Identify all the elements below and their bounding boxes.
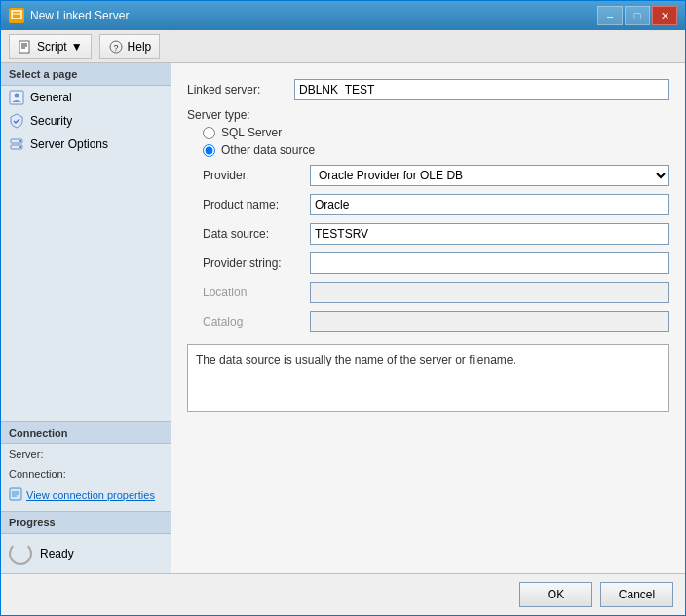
other-data-source-radio[interactable] bbox=[203, 144, 215, 157]
bottom-bar: OK Cancel bbox=[1, 573, 685, 615]
server-options-icon bbox=[9, 136, 24, 152]
view-properties-label: View connection properties bbox=[26, 489, 155, 501]
svg-rect-0 bbox=[12, 11, 21, 19]
progress-spinner bbox=[9, 542, 32, 565]
progress-section-title: Progress bbox=[1, 511, 171, 534]
other-data-source-radio-row: Other data source bbox=[203, 143, 669, 157]
description-text: The data source is usually the name of t… bbox=[196, 353, 516, 366]
server-options-label: Server Options bbox=[30, 137, 108, 151]
sidebar: Select a page General bbox=[1, 63, 172, 573]
data-source-label: Data source: bbox=[203, 227, 310, 241]
general-label: General bbox=[30, 91, 72, 104]
sql-server-radio[interactable] bbox=[203, 127, 215, 139]
help-button[interactable]: ? Help bbox=[99, 34, 161, 59]
help-label: Help bbox=[128, 40, 152, 54]
sidebar-item-server-options[interactable]: Server Options bbox=[1, 133, 171, 156]
svg-rect-2 bbox=[19, 41, 29, 53]
connection-label: Connection: bbox=[1, 464, 171, 483]
data-source-input[interactable] bbox=[310, 223, 669, 245]
title-bar: New Linked Server – □ ✕ bbox=[1, 1, 685, 30]
product-name-row: Product name: bbox=[203, 194, 669, 215]
help-icon: ? bbox=[108, 39, 124, 55]
sidebar-item-general[interactable]: General bbox=[1, 86, 171, 109]
provider-row: Provider: Oracle Provider for OLE DB Mic… bbox=[203, 165, 669, 186]
svg-point-13 bbox=[19, 146, 21, 148]
connection-link-icon bbox=[9, 487, 22, 503]
main-content: Select a page General bbox=[1, 63, 685, 573]
window-icon bbox=[9, 8, 24, 23]
provider-string-input[interactable] bbox=[310, 252, 669, 274]
toolbar: Script ▼ ? Help bbox=[1, 30, 685, 63]
provider-select[interactable]: Oracle Provider for OLE DB Microsoft OLE… bbox=[310, 165, 669, 186]
description-box: The data source is usually the name of t… bbox=[187, 344, 669, 412]
other-data-source-label[interactable]: Other data source bbox=[221, 143, 315, 157]
catalog-label: Catalog bbox=[203, 315, 310, 328]
linked-server-input[interactable] bbox=[294, 79, 669, 100]
provider-label: Provider: bbox=[203, 169, 310, 182]
close-button[interactable]: ✕ bbox=[652, 6, 677, 25]
script-dropdown-icon: ▼ bbox=[71, 40, 83, 54]
minimize-button[interactable]: – bbox=[597, 6, 623, 25]
provider-string-row: Provider string: bbox=[203, 252, 669, 274]
script-label: Script bbox=[37, 40, 67, 54]
main-window: New Linked Server – □ ✕ Script ▼ bbox=[0, 0, 686, 616]
linked-server-label: Linked server: bbox=[187, 83, 294, 96]
connection-section-title: Connection bbox=[1, 421, 171, 444]
title-bar-controls: – □ ✕ bbox=[597, 6, 677, 25]
server-type-label: Server type: bbox=[187, 108, 294, 122]
server-type-section: Server type: SQL Server Other data sourc… bbox=[187, 108, 669, 157]
product-name-label: Product name: bbox=[203, 198, 310, 212]
svg-point-12 bbox=[19, 140, 21, 142]
progress-content: Ready bbox=[1, 534, 171, 573]
location-label: Location bbox=[203, 286, 310, 299]
catalog-row: Catalog bbox=[203, 311, 669, 332]
location-input bbox=[310, 282, 669, 303]
sql-server-radio-row: SQL Server bbox=[203, 126, 669, 139]
form-area: Linked server: Server type: SQL Server O… bbox=[172, 63, 685, 573]
security-label: Security bbox=[30, 114, 72, 128]
product-name-input[interactable] bbox=[310, 194, 669, 215]
general-icon bbox=[9, 90, 24, 105]
select-page-title: Select a page bbox=[1, 63, 171, 86]
maximize-button[interactable]: □ bbox=[625, 6, 650, 25]
sidebar-item-security[interactable]: Security bbox=[1, 109, 171, 133]
connection-server-label: Server: bbox=[1, 444, 171, 464]
cancel-button[interactable]: Cancel bbox=[600, 582, 673, 607]
security-icon bbox=[9, 113, 24, 129]
provider-section: Provider: Oracle Provider for OLE DB Mic… bbox=[203, 165, 669, 332]
svg-point-9 bbox=[15, 94, 19, 98]
linked-server-row: Linked server: bbox=[187, 79, 669, 100]
location-row: Location bbox=[203, 282, 669, 303]
progress-status: Ready bbox=[40, 547, 74, 560]
view-connection-properties-link[interactable]: View connection properties bbox=[1, 483, 171, 507]
ok-button[interactable]: OK bbox=[519, 582, 592, 607]
provider-string-label: Provider string: bbox=[203, 256, 310, 270]
data-source-row: Data source: bbox=[203, 223, 669, 245]
svg-text:?: ? bbox=[113, 43, 118, 53]
sql-server-label[interactable]: SQL Server bbox=[221, 126, 282, 139]
script-button[interactable]: Script ▼ bbox=[9, 34, 92, 59]
window-title: New Linked Server bbox=[30, 9, 129, 22]
script-icon bbox=[18, 39, 33, 55]
title-bar-left: New Linked Server bbox=[9, 8, 129, 23]
catalog-input bbox=[310, 311, 669, 332]
